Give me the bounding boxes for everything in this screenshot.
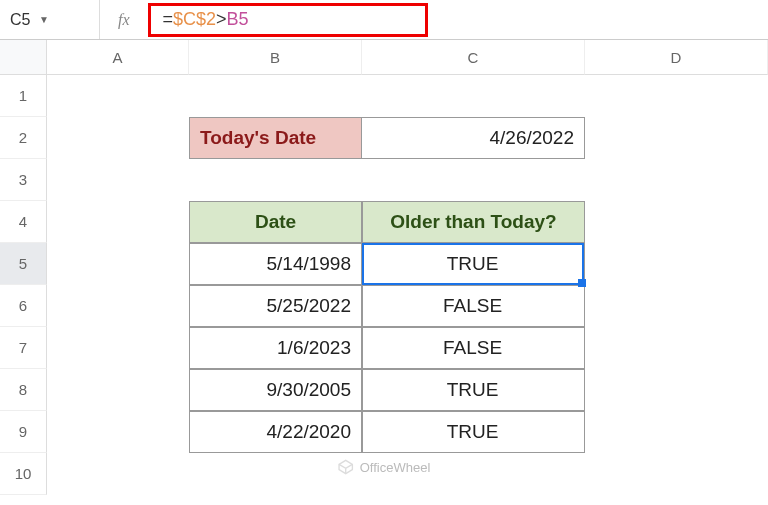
formula-op: > <box>216 9 227 30</box>
cell[interactable] <box>585 411 768 453</box>
cell[interactable] <box>585 201 768 243</box>
watermark-text: OfficeWheel <box>360 460 431 475</box>
table-cell-result[interactable]: TRUE <box>362 411 585 453</box>
row-header[interactable]: 2 <box>0 117 47 159</box>
cell[interactable] <box>585 159 768 201</box>
row-header[interactable]: 3 <box>0 159 47 201</box>
cell[interactable] <box>585 117 768 159</box>
col-header[interactable]: C <box>362 40 585 75</box>
formula-bar: C5 ▼ fx =$C$2>B5 <box>0 0 768 40</box>
table-cell-result[interactable]: TRUE <box>362 243 585 285</box>
cell[interactable] <box>585 75 768 117</box>
formula-input[interactable]: =$C$2>B5 <box>148 3 428 37</box>
cell[interactable] <box>585 243 768 285</box>
watermark: OfficeWheel <box>338 459 431 475</box>
row-headers: 1 2 3 4 5 6 7 8 9 10 <box>0 75 47 495</box>
todays-date-label[interactable]: Today's Date <box>189 117 362 159</box>
cell[interactable] <box>47 369 189 411</box>
row-header[interactable]: 8 <box>0 369 47 411</box>
cell[interactable] <box>585 285 768 327</box>
col-header[interactable]: B <box>189 40 362 75</box>
cell[interactable] <box>47 159 189 201</box>
formula-ref2: B5 <box>227 9 249 30</box>
table-cell-result[interactable]: FALSE <box>362 285 585 327</box>
cell[interactable] <box>47 75 189 117</box>
col-header[interactable]: A <box>47 40 189 75</box>
table-cell-date[interactable]: 5/14/1998 <box>189 243 362 285</box>
cell[interactable] <box>47 327 189 369</box>
row-header[interactable]: 7 <box>0 327 47 369</box>
select-all-corner[interactable] <box>0 40 47 75</box>
table-cell-date[interactable]: 4/22/2020 <box>189 411 362 453</box>
table-cell-result[interactable]: TRUE <box>362 369 585 411</box>
table-cell-date[interactable]: 9/30/2005 <box>189 369 362 411</box>
cell[interactable] <box>585 327 768 369</box>
cell[interactable] <box>47 453 189 495</box>
name-box-dropdown-icon[interactable]: ▼ <box>39 14 49 25</box>
row-header[interactable]: 1 <box>0 75 47 117</box>
cells-area[interactable]: Today's Date 4/26/2022 Date Older than T… <box>47 75 768 495</box>
cell[interactable] <box>47 117 189 159</box>
row-header[interactable]: 10 <box>0 453 47 495</box>
spreadsheet-grid: 1 2 3 4 5 6 7 8 9 10 A B C D <box>0 40 768 505</box>
row-header[interactable]: 6 <box>0 285 47 327</box>
table-cell-result[interactable]: FALSE <box>362 327 585 369</box>
formula-ref1: $C$2 <box>173 9 216 30</box>
cell[interactable] <box>189 75 362 117</box>
todays-date-value[interactable]: 4/26/2022 <box>362 117 585 159</box>
cell[interactable] <box>47 285 189 327</box>
cell[interactable] <box>47 243 189 285</box>
formula-eq: = <box>163 9 174 30</box>
cell[interactable] <box>189 159 362 201</box>
table-cell-date[interactable]: 5/25/2022 <box>189 285 362 327</box>
col-header[interactable]: D <box>585 40 768 75</box>
cell[interactable] <box>362 159 585 201</box>
table-cell-date[interactable]: 1/6/2023 <box>189 327 362 369</box>
cell[interactable] <box>47 201 189 243</box>
cell[interactable] <box>585 369 768 411</box>
row-header[interactable]: 4 <box>0 201 47 243</box>
row-header[interactable]: 5 <box>0 243 47 285</box>
row-header[interactable]: 9 <box>0 411 47 453</box>
cell[interactable] <box>47 411 189 453</box>
table-header-date[interactable]: Date <box>189 201 362 243</box>
cell[interactable] <box>362 75 585 117</box>
cell[interactable] <box>189 453 362 495</box>
watermark-icon <box>338 459 354 475</box>
name-box-value: C5 <box>10 11 30 29</box>
cell[interactable] <box>585 453 768 495</box>
fx-icon[interactable]: fx <box>100 11 148 29</box>
name-box[interactable]: C5 ▼ <box>0 0 100 39</box>
table-header-older[interactable]: Older than Today? <box>362 201 585 243</box>
column-headers: A B C D <box>47 40 768 75</box>
